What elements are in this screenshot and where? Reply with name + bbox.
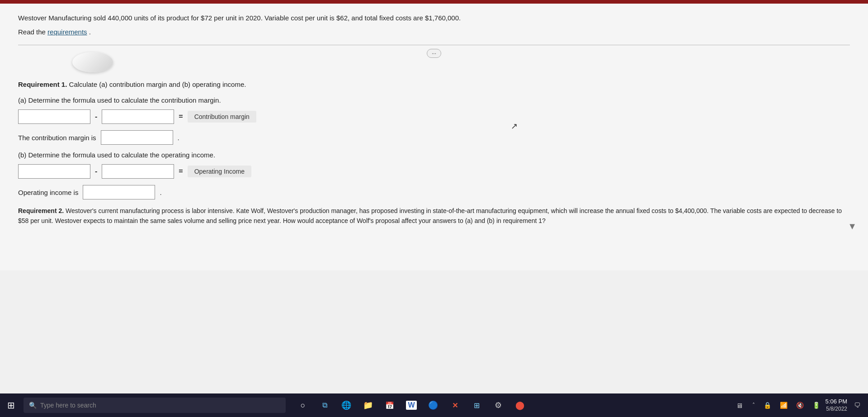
- contribution-result-label: Contribution margin: [188, 111, 256, 123]
- wifi-icon: 📶: [780, 402, 788, 409]
- taskbar-wifi-icon[interactable]: 📶: [777, 395, 791, 415]
- operating-income-line: Operating income is .: [18, 185, 850, 199]
- requirement1-header: Requirement 1. Calculate (a) contributio…: [18, 79, 850, 90]
- contribution-margin-suffix: .: [178, 134, 179, 142]
- taskbar-chevron-up[interactable]: ˄: [749, 395, 759, 415]
- requirement2-text: Requirement 2. Westover's current manufa…: [18, 206, 850, 226]
- taskbar-battery-icon[interactable]: 🔋: [809, 395, 824, 415]
- main-content-panel: ··· Westover Manufacturing sold 440,000 …: [0, 4, 868, 270]
- chrome-icon: 🔵: [428, 400, 438, 410]
- contribution-input-1[interactable]: [18, 109, 90, 124]
- read-suffix: .: [89, 28, 91, 36]
- operating-input-2[interactable]: [102, 164, 174, 179]
- taskbar-calendar-button[interactable]: 📅: [380, 395, 400, 415]
- more-button[interactable]: ···: [427, 49, 441, 58]
- operating-minus: -: [95, 167, 97, 175]
- section-divider: [18, 45, 850, 45]
- taskbar-date: 5/8/2022: [826, 406, 847, 413]
- taskbar-icons-group: ○ ⧉ 🌐 📁 📅 W 🔵 ✕ ⊞ ⚙ ⬤: [293, 395, 732, 415]
- operating-equals: =: [179, 167, 183, 175]
- search-placeholder-text: Type here to search: [40, 402, 96, 409]
- contribution-margin-value[interactable]: [101, 130, 173, 145]
- operating-income-value[interactable]: [83, 185, 155, 199]
- word-icon: W: [406, 401, 416, 410]
- operating-income-suffix: .: [160, 189, 161, 196]
- requirement1-bold: Requirement 1.: [18, 81, 67, 88]
- volume-icon: 🔇: [796, 402, 804, 409]
- chevron-up-icon: ˄: [752, 402, 755, 408]
- contribution-equals: =: [179, 113, 183, 121]
- operating-formula-row: - = Operating Income: [18, 164, 850, 179]
- x-app-icon: ✕: [452, 401, 458, 410]
- taskbar-folder-button[interactable]: 📁: [358, 395, 378, 415]
- taskbar-shield-icon[interactable]: 🔒: [760, 395, 775, 415]
- operating-input-1[interactable]: [18, 164, 90, 179]
- operating-result-label: Operating Income: [188, 166, 251, 177]
- oval-decoration: [72, 52, 113, 72]
- start-button[interactable]: ⊞: [0, 393, 22, 417]
- read-prefix: Read the: [18, 28, 47, 36]
- taskbar-x-button[interactable]: ✕: [445, 395, 465, 415]
- top-bar: [0, 0, 868, 4]
- notification-button[interactable]: 🗨: [851, 395, 863, 415]
- shield-icon: 🔒: [764, 402, 771, 409]
- taskbar-search[interactable]: 🔍 Type here to search: [24, 398, 286, 413]
- taskbar-taskview-button[interactable]: ⧉: [315, 395, 335, 415]
- monitor-icon: 🖥: [736, 402, 743, 409]
- calendar-icon: 📅: [385, 401, 394, 410]
- circle-icon: ○: [301, 401, 306, 410]
- office-icon: ⬤: [515, 400, 524, 410]
- taskbar-gear-button[interactable]: ⚙: [488, 395, 508, 415]
- part-a-label: (a) Determine the formula used to calcul…: [18, 96, 850, 104]
- contribution-input-2[interactable]: [102, 109, 174, 124]
- apps-icon: ⊞: [474, 401, 480, 410]
- read-line: Read the requirements .: [18, 28, 850, 36]
- notification-icon: 🗨: [854, 402, 860, 409]
- requirement2-body: Westover's current manufacturing process…: [18, 207, 842, 224]
- scroll-down-arrow[interactable]: ▼: [848, 221, 857, 232]
- requirements-link[interactable]: requirements: [47, 28, 87, 36]
- taskbar-apps-button[interactable]: ⊞: [467, 395, 486, 415]
- taskbar-edge-button[interactable]: 🌐: [336, 395, 356, 415]
- problem-text: Westover Manufacturing sold 440,000 unit…: [18, 13, 850, 24]
- folder-icon: 📁: [363, 400, 373, 410]
- taskbar-word-button[interactable]: W: [401, 395, 421, 415]
- requirement2-bold: Requirement 2.: [18, 207, 64, 214]
- battery-icon: 🔋: [812, 402, 820, 409]
- part-b-label: (b) Determine the formula used to calcul…: [18, 151, 850, 159]
- taskview-icon: ⧉: [322, 401, 327, 409]
- taskbar: ⊞ 🔍 Type here to search ○ ⧉ 🌐 📁 📅 W 🔵 ✕: [0, 393, 868, 417]
- taskbar-right-area: 🖥 ˄ 🔒 📶 🔇 🔋 5:06 PM 5/8/2022 🗨: [732, 395, 868, 415]
- contribution-minus: -: [95, 113, 97, 121]
- taskbar-time-block[interactable]: 5:06 PM 5/8/2022: [826, 398, 847, 412]
- taskbar-office-button[interactable]: ⬤: [510, 395, 530, 415]
- taskbar-volume-icon[interactable]: 🔇: [793, 395, 807, 415]
- search-icon: 🔍: [29, 402, 37, 409]
- taskbar-monitor-icon[interactable]: 🖥: [732, 395, 747, 415]
- contribution-margin-prefix: The contribution margin is: [18, 134, 96, 142]
- content-area: ··· Westover Manufacturing sold 440,000 …: [0, 4, 868, 270]
- taskbar-chrome-button[interactable]: 🔵: [423, 395, 443, 415]
- taskbar-time: 5:06 PM: [826, 398, 847, 406]
- edge-icon: 🌐: [341, 400, 351, 410]
- requirement1-rest: Calculate (a) contribution margin and (b…: [69, 81, 246, 88]
- windows-icon: ⊞: [7, 400, 15, 411]
- operating-income-prefix: Operating income is: [18, 189, 78, 196]
- contribution-margin-line: The contribution margin is .: [18, 130, 850, 145]
- taskbar-circle-button[interactable]: ○: [293, 395, 313, 415]
- contribution-formula-row: - = Contribution margin: [18, 109, 850, 124]
- gear-icon: ⚙: [495, 400, 502, 410]
